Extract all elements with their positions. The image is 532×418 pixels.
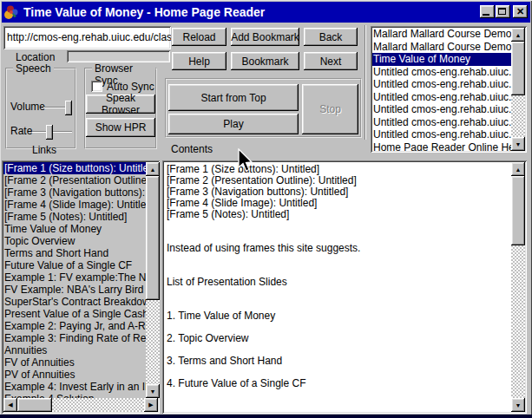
pages-scrollbar-track[interactable] [511, 95, 525, 137]
minimize-icon [483, 14, 489, 16]
links-list-item[interactable]: [Frame 3 (Navigation buttons): Untitled] [3, 186, 146, 199]
links-scrollbar-thumb[interactable] [146, 176, 160, 300]
contents-line [167, 220, 512, 232]
volume-slider[interactable] [43, 107, 72, 108]
links-scroll-right-icon[interactable]: ▶ [144, 398, 158, 412]
help-button[interactable]: Help [172, 52, 227, 70]
pages-list-item[interactable]: Mallard Mallard Course Demo - Sl [372, 41, 511, 54]
links-list[interactable]: [Frame 1 (Size buttons): Untitled][Frame… [2, 160, 160, 414]
auto-sync-checkbox[interactable] [91, 81, 102, 92]
links-list-item[interactable]: Example 2: Paying Jr, and A-Rod [3, 320, 146, 332]
pages-list-item[interactable]: Untitled cmos-eng.rehab.uiuc.edu [372, 116, 511, 129]
links-list-item[interactable]: Example 3: Finding Rate of Return [3, 332, 146, 344]
show-hpr-button[interactable]: Show HPR [86, 118, 155, 137]
links-list-item[interactable]: Topic Overview [3, 235, 146, 247]
window-bottom-edge [0, 415, 532, 418]
panel-divider [365, 25, 366, 140]
links-list-item[interactable]: Present Value of a Single Cash F [3, 308, 146, 320]
contents-scroll-up-icon[interactable]: ▲ [511, 162, 525, 176]
links-list-item[interactable]: [Frame 2 (Presentation Outline): Untitle… [3, 174, 146, 186]
links-list-item[interactable]: [Frame 4 (Slide Image): Untitled] [3, 199, 146, 211]
contents-line: 4. Future Value of a Single CF [167, 378, 512, 389]
back-button[interactable]: Back [304, 28, 358, 46]
auto-sync-label: Auto Sync [107, 81, 154, 93]
start-from-top-button[interactable]: Start from Top [168, 84, 299, 111]
links-hscrollbar-thumb[interactable] [17, 398, 52, 412]
pages-list-item[interactable]: Untitled cmos-eng.rehab.uiuc.edu [372, 78, 511, 91]
close-button[interactable]: ✕ [513, 5, 528, 18]
contents-line [167, 254, 512, 265]
links-list-item[interactable]: PV of Annuities [3, 369, 146, 381]
contents-line: Instead of using frames this site sugges… [167, 243, 512, 254]
links-list-item[interactable]: Example 1: FV example:The NBA [3, 271, 146, 284]
links-list-item[interactable]: FV of Annuities [3, 356, 146, 369]
rate-slider[interactable] [32, 131, 72, 133]
transport-group: Start from Top Stop Play [165, 78, 362, 138]
pages-list-item[interactable]: Untitled cmos-eng.rehab.uiuc.edu [372, 91, 511, 104]
contents-scrollbar-track[interactable] [511, 245, 525, 398]
links-list-item[interactable]: Future Value of a Single CF [3, 259, 146, 271]
maximize-icon [498, 8, 506, 15]
links-list-item[interactable]: FV Example: NBA's Larry Bird Ex [3, 284, 146, 296]
links-label: Links [32, 144, 56, 156]
next-button[interactable]: Next [304, 52, 358, 70]
contents-scroll-down-icon[interactable]: ▼ [511, 398, 525, 412]
links-list-item[interactable]: Time Value of Money [3, 223, 146, 235]
links-list-item[interactable]: Annuities [3, 344, 146, 356]
links-list-item[interactable]: [Frame 1 (Size buttons): Untitled] [3, 162, 146, 174]
contents-pane[interactable]: [Frame 1 (Size buttons): Untitled][Frame… [162, 160, 527, 414]
pages-list[interactable]: Mallard Mallard Course Demo - TiMallard … [371, 26, 527, 153]
window-title: Time Value of Money - Home Page Reader [23, 5, 265, 19]
rate-label: Rate [10, 125, 32, 137]
location-label: Location [16, 51, 55, 63]
app-icon [4, 5, 18, 19]
links-list-item[interactable]: SuperStar's Contract Breakdown [3, 296, 146, 308]
speak-browser-button[interactable]: Speak Browser [86, 95, 155, 114]
contents-line [167, 288, 512, 299]
add-bookmark-button[interactable]: Add Bookmark [231, 28, 299, 46]
pages-list-item[interactable]: Home Page Reader Online Help [372, 141, 511, 152]
pages-list-item[interactable]: Untitled cmos-eng.rehab.uiuc.edu [372, 66, 511, 79]
volume-label: Volume [10, 101, 45, 113]
contents-line: List of Presentation Slides [167, 277, 512, 288]
links-list-item[interactable]: [Frame 5 (Notes): Untitled] [3, 211, 146, 223]
close-icon: ✕ [516, 6, 524, 17]
links-scroll-up-icon[interactable]: ▲ [146, 162, 160, 176]
speech-group-title: Speech [13, 62, 54, 75]
contents-scrollbar-thumb[interactable] [511, 176, 525, 245]
maximize-button[interactable] [496, 5, 510, 18]
browser-sync-group: Browser Sync. Auto Sync Speak Browser Sh… [84, 68, 157, 149]
contents-line: [Frame 5 (Notes): Untitled] [167, 209, 512, 220]
links-scroll-left-icon[interactable]: ◀ [3, 398, 17, 412]
minimize-button[interactable] [480, 5, 495, 18]
links-scrollbar-track[interactable] [146, 300, 160, 384]
reload-button[interactable]: Reload [172, 28, 227, 46]
pages-scroll-down-icon[interactable]: ▼ [511, 137, 525, 151]
links-list-item[interactable]: Terms and Short Hand [3, 247, 146, 259]
links-hscrollbar-track[interactable] [52, 398, 144, 412]
contents-line: 2. Topic Overview [167, 333, 512, 344]
rate-slider-thumb[interactable] [46, 125, 53, 140]
pages-scroll-up-icon[interactable]: ▲ [511, 28, 525, 42]
url-input[interactable]: http://cmos-eng.rehab.uiuc.edu/clas [3, 26, 171, 49]
stop-button[interactable]: Stop [302, 84, 358, 134]
pages-list-item[interactable]: Untitled cmos-eng.rehab.uiuc.edu [372, 128, 511, 141]
pages-scrollbar-thumb[interactable] [511, 42, 525, 95]
links-list-item[interactable]: Example 4: Invest Early in an IRA [3, 381, 146, 393]
play-button[interactable]: Play [168, 114, 299, 134]
speech-group: Speech Volume Rate [5, 68, 76, 149]
volume-slider-thumb[interactable] [65, 101, 72, 115]
location-field[interactable] [67, 50, 170, 62]
pages-list-item[interactable]: Time Value of Money [372, 53, 511, 66]
pages-list-item[interactable]: Untitled cmos-eng.rehab.uiuc.edu [372, 103, 511, 116]
contents-line: 1. Time Value of Money [167, 310, 512, 322]
title-bar[interactable]: Time Value of Money - Home Page Reader ✕ [2, 2, 530, 23]
contents-line: 3. Terms and Short Hand [167, 356, 512, 367]
bookmark-button[interactable]: Bookmark [231, 52, 299, 70]
links-scroll-down-icon[interactable]: ▼ [146, 384, 160, 398]
app-window: Time Value of Money - Home Page Reader ✕… [0, 0, 532, 418]
contents-label: Contents [171, 143, 213, 155]
pages-list-item[interactable]: Mallard Mallard Course Demo - Ti [372, 28, 511, 41]
